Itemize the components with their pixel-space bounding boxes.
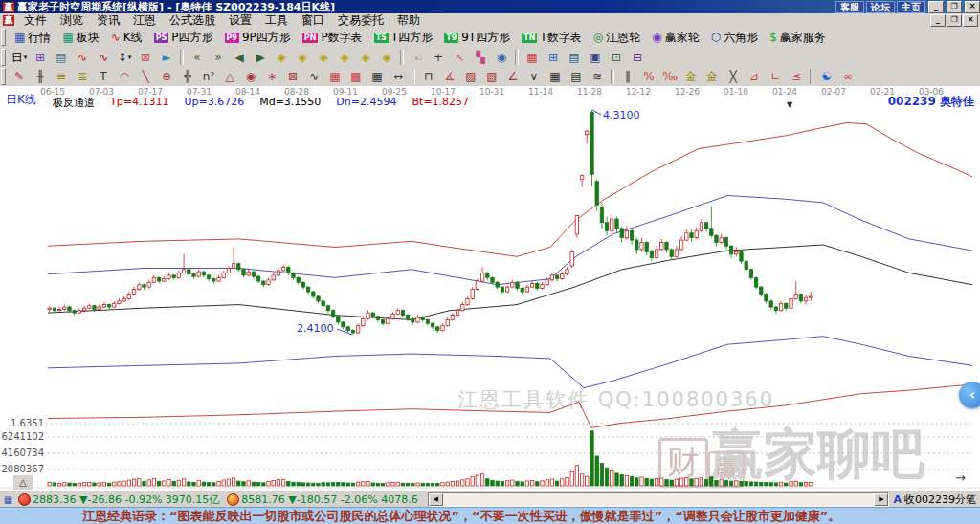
draw-ray-fan-tool-button[interactable]: ∡ <box>439 68 460 86</box>
titlebar-link-2[interactable]: 论坛 <box>866 1 895 13</box>
toolbar-sectors-button[interactable]: ▦板块 <box>57 28 103 48</box>
draw-gold-ratio-2-button[interactable]: 金 <box>702 68 723 86</box>
draw-parallel-tool-button[interactable]: ‖ <box>617 68 638 86</box>
tool-hand-tool-button[interactable]: ☜ <box>407 49 428 67</box>
tool-zoom-diamond-4-button[interactable]: ◈ <box>334 49 355 67</box>
draw-grid-4-button[interactable]: ▦ <box>545 68 566 86</box>
draw-level-2-button[interactable]: ∟ <box>765 68 786 86</box>
tool-candle-style-button[interactable]: ↕▾ <box>114 49 135 67</box>
menu-浏览[interactable]: 浏览 <box>54 13 90 27</box>
toolbar-9t-square-button[interactable]: T99T四方形 <box>439 28 515 48</box>
draw-triangle-tool-button[interactable]: △ <box>219 68 240 86</box>
tool-data-import-button[interactable]: ⊟ <box>627 49 648 67</box>
draw-box-x-tool-button[interactable]: ⊠ <box>282 68 303 86</box>
draw-hatch-2-button[interactable]: ▧ <box>481 68 502 86</box>
quote-grid-icon[interactable]: ▦ <box>1 493 15 506</box>
menu-文件[interactable]: 文件 <box>17 13 54 27</box>
tool-zoom-diamond-3-button[interactable]: ◈ <box>313 49 334 67</box>
tool-calculator-button[interactable]: ⊞ <box>543 49 564 67</box>
tool-calendar-button[interactable]: ▦ <box>522 49 543 67</box>
tool-chip-tool-button[interactable]: ▚ <box>470 49 491 67</box>
tick-panel-label[interactable]: A 收002239分笔 <box>893 492 976 507</box>
restore-button[interactable]: ❐ <box>947 1 962 13</box>
child-minimize-button[interactable]: _ <box>930 14 946 27</box>
draw-pen-marker-button[interactable]: ╲ <box>135 68 156 86</box>
toolbar-kline-button[interactable]: ∿K线 <box>106 28 147 48</box>
menu-交易委托[interactable]: 交易委托 <box>331 13 390 27</box>
toolbar-winner-wheel-button[interactable]: ◉赢家轮 <box>647 28 703 48</box>
tool-save-button[interactable]: ▣ <box>585 49 606 67</box>
tool-trend-line-large-button[interactable]: ∿ <box>93 49 114 67</box>
close-button[interactable]: × <box>965 1 980 13</box>
toolbar-winner-service-button[interactable]: $赢家服务 <box>765 28 831 48</box>
draw-star-tool-button[interactable]: ∗ <box>261 68 282 86</box>
draw-taiji-button[interactable]: ☯ <box>816 68 837 86</box>
minimize-button[interactable]: _ <box>928 1 944 13</box>
draw-box-top-tool-button[interactable]: ⊓ <box>418 68 439 86</box>
draw-grid-5-button[interactable]: ▤ <box>566 68 587 86</box>
tool-trend-line-small-button[interactable]: ∿ <box>72 49 93 67</box>
kline-chart[interactable]: 4.31002.4100▼ <box>0 86 980 490</box>
draw-arc-tool-button[interactable]: ◠ <box>114 68 135 86</box>
menu-资讯[interactable]: 资讯 <box>90 13 126 27</box>
toolbar-t-number-table-button[interactable]: TNT数字表 <box>517 28 587 48</box>
menu-江恩[interactable]: 江恩 <box>126 13 163 27</box>
draw-hatch-1-button[interactable]: ▨ <box>460 68 481 86</box>
sse-index-icon[interactable] <box>18 493 31 506</box>
scrollbar-track[interactable] <box>443 494 875 505</box>
candle-style-dropdown-arrow[interactable]: ▾ <box>128 54 132 61</box>
draw-grid-box-button[interactable]: ▦ <box>367 68 388 86</box>
tool-zoom-diamond-6-button[interactable]: ◈ <box>376 49 397 67</box>
tool-flag-tool-button[interactable]: ► <box>156 49 177 67</box>
draw-zigzag-tool-button[interactable]: ∿ <box>303 68 324 86</box>
tool-crosshair-add-button[interactable]: + <box>428 49 449 67</box>
draw-check-tool-button[interactable]: ∨ <box>523 68 545 86</box>
draw-percent-tool-button[interactable]: % <box>638 68 659 86</box>
draw-level-1-button[interactable]: ⊿ <box>744 68 765 86</box>
szse-index-icon[interactable] <box>227 493 239 506</box>
toolbox-expand-arrow[interactable]: → <box>955 470 966 485</box>
toolbar-p-square-button[interactable]: PSP四方形 <box>149 28 218 48</box>
tool-prev-bar-button[interactable]: ◀ <box>229 49 250 67</box>
toolbar-gann-wheel-button[interactable]: ◎江恩轮 <box>589 28 645 48</box>
draw-width-tool-button[interactable]: ↔ <box>388 68 409 86</box>
child-restore-button[interactable]: ❐ <box>947 14 962 27</box>
titlebar-link-1[interactable]: 客服 <box>835 1 864 13</box>
draw-infinity-button[interactable]: ∞ <box>837 68 858 86</box>
toolbar-hexagon-button[interactable]: ⬡六角形 <box>706 28 763 48</box>
tool-zoom-diamond-2-button[interactable]: ◈ <box>292 49 313 67</box>
tool-last-page-button[interactable]: » <box>208 49 229 67</box>
tool-first-page-button[interactable]: « <box>187 49 208 67</box>
scroll-right-arrow[interactable]: ▶ <box>874 493 888 506</box>
draw-circle-cross-button[interactable]: ⊕ <box>156 68 177 86</box>
menu-工具[interactable]: 工具 <box>258 13 295 27</box>
menu-帮助[interactable]: 帮助 <box>390 13 427 27</box>
side-panel-toggle[interactable]: ‹ <box>959 382 980 408</box>
menu-设置[interactable]: 设置 <box>222 13 258 27</box>
draw-brush-tool-button[interactable]: ╳ <box>723 68 744 86</box>
titlebar-link-3[interactable]: 主页 <box>897 1 925 13</box>
draw-n-square-button[interactable]: n² <box>198 68 219 86</box>
period-day-select-dropdown-arrow[interactable]: ▾ <box>24 54 28 61</box>
tool-next-bar-button[interactable]: ▶ <box>250 49 271 67</box>
tool-zoom-diamond-1-button[interactable]: ◈ <box>271 49 292 67</box>
toolbar-quotes-button[interactable]: ▦行情 <box>10 28 56 48</box>
child-close-button[interactable]: × <box>963 14 978 27</box>
toolbar-p-number-table-button[interactable]: PNP数字表 <box>298 28 368 48</box>
tool-color-kline-button[interactable]: ⊠ <box>135 49 156 67</box>
draw-band-red-2-button[interactable]: ▩ <box>345 68 367 86</box>
draw-permille-tool-button[interactable]: ‰ <box>659 68 680 86</box>
tool-zoom-diamond-5-button[interactable]: ◈ <box>355 49 376 67</box>
toolbar-t-square-button[interactable]: TST四方形 <box>369 28 438 48</box>
tool-select-tool-button[interactable]: ↖ <box>449 49 470 67</box>
draw-gann-fan-1-button[interactable]: ≡ <box>51 68 72 86</box>
tool-data-export-button[interactable]: ⊡ <box>606 49 627 67</box>
tool-notebook-button[interactable]: ▤ <box>564 49 585 67</box>
draw-grid-dense-button[interactable]: ╬ <box>177 68 198 86</box>
draw-slope-tool-button[interactable]: ≤ <box>786 68 807 86</box>
toolbar-9p-square-button[interactable]: P99P四方形 <box>220 28 296 48</box>
draw-pen-tool-button[interactable]: ✎ <box>9 68 30 86</box>
tool-view-tool-button[interactable]: ◉ <box>491 49 512 67</box>
draw-grid-lines-button[interactable]: ╫ <box>30 68 51 86</box>
draw-waves-tool-button[interactable]: ≋ <box>587 68 608 86</box>
